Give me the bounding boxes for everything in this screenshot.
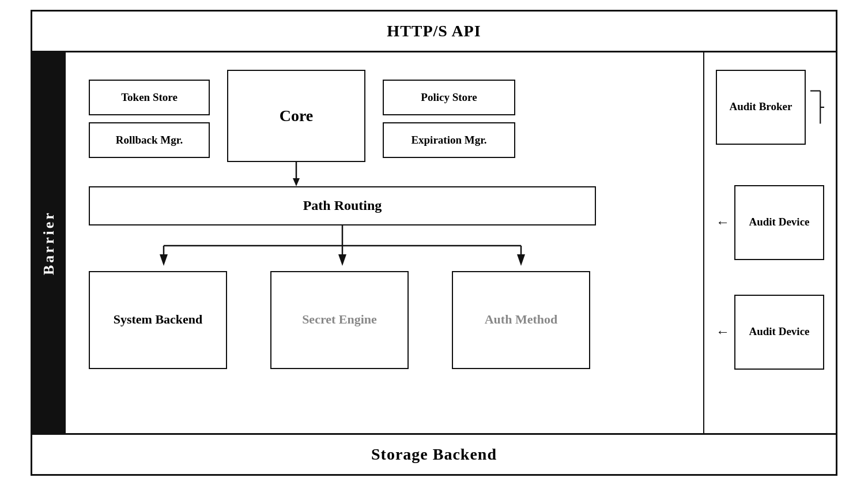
system-backend-box: System Backend <box>89 271 227 369</box>
rollback-mgr-box: Rollback Mgr. <box>89 122 210 158</box>
bottom-boxes-row: System Backend Secret Engine Auth Method <box>83 271 590 369</box>
path-routing-section: Path Routing <box>83 186 686 225</box>
audit-device-2-row: ← Audit Device <box>716 295 824 370</box>
core-to-routing-arrow <box>227 162 365 186</box>
audit-device-2-box: Audit Device <box>734 295 824 370</box>
right-panel: Audit Broker ← Audit Device <box>703 52 836 433</box>
expiration-mgr-box: Expiration Mgr. <box>383 122 515 158</box>
policy-store-box: Policy Store <box>383 80 515 115</box>
main-content-area: Token Store Rollback Mgr. Core Policy St… <box>66 52 703 433</box>
audit-broker-row: Audit Broker <box>716 70 824 145</box>
branch-arrows-area <box>83 225 590 271</box>
token-store-box: Token Store <box>89 80 210 115</box>
http-api-label: HTTP/S API <box>387 22 481 40</box>
audit-broker-box: Audit Broker <box>716 70 806 145</box>
svg-marker-7 <box>338 254 346 266</box>
barrier-label: Barrier <box>32 52 66 433</box>
core-box: Core <box>227 70 365 162</box>
right-stack: Policy Store Expiration Mgr. <box>383 80 515 158</box>
storage-backend-label: Storage Backend <box>371 445 497 463</box>
path-routing-box: Path Routing <box>89 186 596 225</box>
auth-method-box: Auth Method <box>452 271 590 369</box>
middle-section: Barrier Token Store Rollback Mgr. Core <box>32 52 836 433</box>
audit-device-1-row: ← Audit Device <box>716 185 824 260</box>
svg-marker-5 <box>160 254 168 266</box>
secret-engine-box: Secret Engine <box>270 271 409 369</box>
storage-backend-bar: Storage Backend <box>32 433 836 474</box>
main-diagram: HTTP/S API Barrier Token Store Rollback … <box>31 10 837 476</box>
svg-marker-9 <box>517 254 525 266</box>
http-api-bar: HTTP/S API <box>32 12 836 52</box>
arrow-left-2: ← <box>716 324 730 340</box>
audit-device-1-box: Audit Device <box>734 185 824 260</box>
left-stack: Token Store Rollback Mgr. <box>89 80 210 158</box>
svg-marker-1 <box>293 178 300 186</box>
arrow-left-1: ← <box>716 215 730 230</box>
